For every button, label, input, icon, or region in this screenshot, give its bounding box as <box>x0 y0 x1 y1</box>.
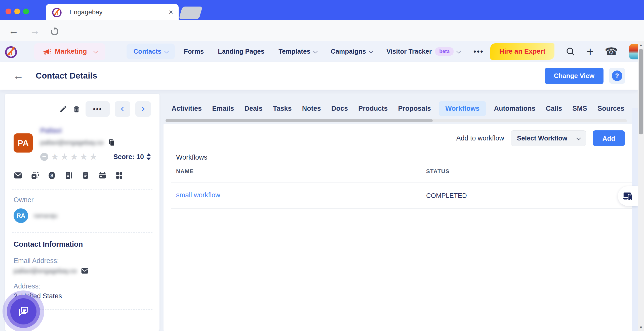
table-header: NAME STATUS <box>176 168 619 175</box>
clear-rating-icon[interactable] <box>40 153 48 161</box>
devices-icon <box>622 190 634 202</box>
close-window-button[interactable] <box>6 9 11 14</box>
templates-label: Templates <box>278 48 310 55</box>
nav-item-landing-pages[interactable]: Landing Pages <box>218 48 264 55</box>
engagebay-logo[interactable] <box>4 44 19 59</box>
browser-tab[interactable]: Engagebay × <box>46 4 179 20</box>
inactive-tab[interactable] <box>179 7 203 19</box>
page-header: ← Contact Details Change View ? <box>0 62 638 90</box>
note-icon[interactable] <box>64 171 73 180</box>
add-workflow-button[interactable]: Add <box>593 130 625 146</box>
tab-sms[interactable]: SMS <box>570 101 590 116</box>
scroll-down-icon[interactable]: ▼ <box>638 325 644 329</box>
chevron-left-icon <box>119 106 126 112</box>
tab-tasks[interactable]: Tasks <box>270 101 294 116</box>
divider <box>12 232 152 233</box>
navbar-right-group: Hire an Expert + ☎ <box>490 43 644 60</box>
tab-automations[interactable]: Automations <box>492 101 538 116</box>
tab-deals[interactable]: Deals <box>242 101 265 116</box>
previous-contact-button[interactable] <box>115 101 130 117</box>
chevron-down-icon <box>164 49 169 53</box>
tab-activities[interactable]: Activities <box>169 101 204 116</box>
back-arrow-icon[interactable]: ← <box>13 70 24 81</box>
chevron-right-icon <box>140 106 146 112</box>
browser-toolbar: ← → ★ <box>0 20 644 41</box>
change-view-button[interactable]: Change View <box>545 68 603 84</box>
engagebay-favicon <box>51 6 63 18</box>
owner-label: Owner <box>14 196 151 204</box>
address-label: Address: <box>14 282 151 290</box>
scroll-up-icon[interactable]: ▲ <box>638 43 644 47</box>
app-navbar: Marketing Contacts Forms Landing Pages T… <box>0 41 638 62</box>
scrollbar-thumb[interactable] <box>639 49 643 134</box>
workflow-name-link[interactable]: small workflow <box>176 191 220 199</box>
workflow-status: COMPLETED <box>426 192 467 200</box>
page-title: Contact Details <box>36 71 97 81</box>
chevron-down-icon <box>313 49 318 53</box>
browser-reload-button[interactable] <box>49 26 60 37</box>
nav-item-campaigns[interactable]: Campaigns <box>331 48 372 55</box>
score-decrease-icon[interactable] <box>146 158 151 160</box>
marketing-menu[interactable]: Marketing <box>34 43 105 60</box>
owner-name: ramaraju <box>34 212 58 219</box>
event-icon[interactable] <box>98 171 107 180</box>
divider <box>171 208 632 209</box>
hire-an-expert-button[interactable]: Hire an Expert <box>490 43 554 60</box>
currency-icon[interactable]: $ <box>47 171 56 180</box>
maximize-window-button[interactable] <box>23 9 29 14</box>
tab-calls[interactable]: Calls <box>543 101 565 116</box>
delete-contact-button[interactable] <box>72 105 80 113</box>
tab-emails[interactable]: Emails <box>210 101 236 116</box>
contact-more-actions-button[interactable]: ••• <box>86 101 110 117</box>
tab-proposals[interactable]: Proposals <box>395 101 433 116</box>
score-stepper[interactable] <box>146 153 151 160</box>
search-icon[interactable] <box>566 47 576 57</box>
tabs-horizontal-scrollbar[interactable] <box>166 119 627 122</box>
add-icon[interactable]: + <box>587 46 594 58</box>
tab-notes[interactable]: Notes <box>300 101 324 116</box>
email-icon[interactable] <box>14 171 23 180</box>
device-preview-tab[interactable] <box>618 186 638 206</box>
chevron-down-icon <box>576 135 581 140</box>
edit-contact-button[interactable] <box>59 105 67 113</box>
send-email-icon[interactable] <box>81 267 89 275</box>
tab-docs[interactable]: Docs <box>329 101 350 116</box>
megaphone-icon <box>43 47 51 56</box>
trash-icon <box>72 105 80 113</box>
nav-item-visitor-tracker[interactable]: Visitor Tracker beta <box>386 47 460 56</box>
star-rating[interactable]: ★★★★★ <box>51 152 99 161</box>
nav-item-forms[interactable]: Forms <box>184 48 204 55</box>
visitor-tracker-label: Visitor Tracker <box>386 48 432 55</box>
chat-widget-button[interactable] <box>3 290 44 331</box>
add-deal-icon[interactable] <box>30 171 39 180</box>
marketing-label: Marketing <box>55 48 87 55</box>
score-increase-icon[interactable] <box>146 153 151 156</box>
browser-forward-button[interactable]: → <box>30 24 40 38</box>
cases-icon[interactable] <box>115 171 124 180</box>
select-workflow-value: Select Workflow <box>517 134 567 142</box>
tab-workflows[interactable]: Workflows <box>439 101 486 116</box>
next-contact-button[interactable] <box>135 101 151 117</box>
pencil-icon <box>59 105 67 113</box>
minimize-window-button[interactable] <box>14 9 20 14</box>
nav-item-templates[interactable]: Templates <box>278 48 317 55</box>
scrollbar-thumb[interactable] <box>166 119 433 122</box>
tab-close-icon[interactable]: × <box>169 8 173 16</box>
select-workflow-dropdown[interactable]: Select Workflow <box>511 130 586 146</box>
contact-avatar: PA <box>14 133 33 153</box>
tab-products[interactable]: Products <box>356 101 390 116</box>
tab-sources[interactable]: Sources <box>595 101 627 116</box>
nav-more-menu-icon[interactable]: ••• <box>473 47 484 56</box>
browser-back-button[interactable]: ← <box>9 24 19 38</box>
question-icon: ? <box>612 70 622 81</box>
phone-icon[interactable]: ☎ <box>605 46 618 57</box>
help-button[interactable]: ? <box>609 68 625 84</box>
task-icon[interactable] <box>81 171 90 180</box>
forms-label: Forms <box>184 48 204 55</box>
copy-icon[interactable] <box>108 139 115 146</box>
window-controls[interactable] <box>6 9 29 14</box>
nav-item-contacts[interactable]: Contacts <box>127 44 175 59</box>
page-vertical-scrollbar[interactable]: ▲ ▼ <box>638 41 644 331</box>
tab-title: Engagebay <box>69 8 169 16</box>
contact-detail-tabs: Activities Emails Deals Tasks Notes Docs… <box>169 101 627 116</box>
